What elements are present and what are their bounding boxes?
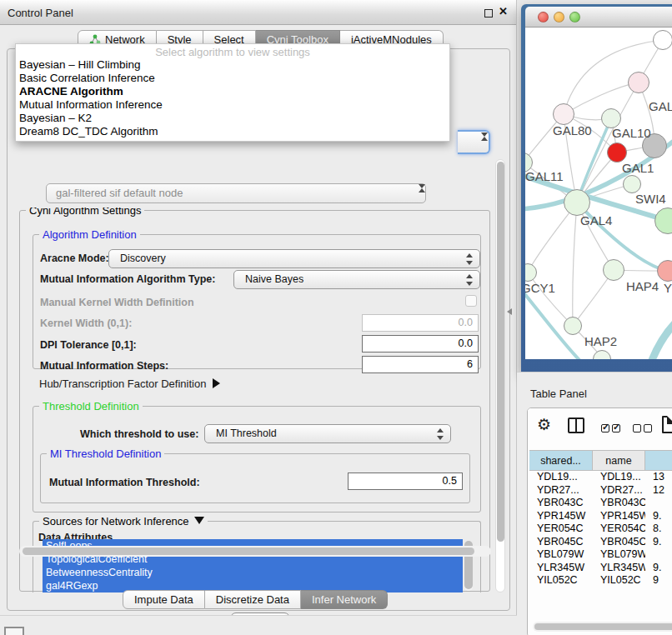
- tab-discretize-data[interactable]: Discretize Data: [205, 590, 301, 609]
- collapsed-arrow-icon: [213, 378, 220, 388]
- network-node[interactable]: [653, 30, 672, 50]
- table-row[interactable]: YIL052CYIL052C9: [529, 574, 672, 588]
- mi-algorithm-type-combobox[interactable]: Naive Bayes: [233, 270, 480, 289]
- sources-title[interactable]: Sources for Network Inference: [39, 515, 208, 528]
- combo-arrows-icon: [466, 253, 474, 265]
- table-cell: 9.: [645, 536, 672, 549]
- table-row[interactable]: YPR145WYPR145W9.: [529, 510, 672, 523]
- table-cell: YBR045C: [529, 536, 593, 549]
- zoom-traffic-light[interactable]: [569, 12, 580, 22]
- node-label: SWI4: [635, 192, 666, 206]
- combo-arrows-icon: [466, 274, 474, 286]
- gear-icon[interactable]: ⚙: [537, 415, 551, 434]
- node-label: HAP2: [584, 334, 617, 348]
- aracne-mode-value: Discovery: [120, 252, 166, 264]
- table-horizontal-scrollbar[interactable]: [533, 622, 672, 632]
- tab-impute-data[interactable]: Impute Data: [123, 590, 205, 609]
- node-label: GCY1: [525, 281, 555, 295]
- float-window-icon[interactable]: [484, 9, 493, 18]
- network-node-gal4[interactable]: [564, 189, 590, 216]
- table-row[interactable]: YBL079WYBL079W: [529, 548, 672, 562]
- network-node-gal[interactable]: [628, 72, 649, 93]
- data-attribute-item[interactable]: BetweennessCentrality: [43, 566, 463, 579]
- control-panel-title: Control Panel: [8, 7, 73, 19]
- algorithm-option[interactable]: Dream8 DC_TDC Algorithm: [16, 125, 449, 138]
- kernel-width-field[interactable]: 0.0: [362, 314, 479, 332]
- control-panel-window: Control Panel ✕ Network Style Select Cyn…: [0, 0, 517, 615]
- settings-horizontal-scrollbar[interactable]: [19, 546, 491, 557]
- column-header[interactable]: [645, 451, 672, 470]
- table-cell: YBR043C: [529, 497, 593, 510]
- algorithm-option[interactable]: Bayesian – K2: [16, 112, 449, 125]
- combo-arrows-icon: [437, 428, 444, 440]
- mi-algorithm-type-value: Naive Bayes: [245, 273, 303, 285]
- algorithm-combobox-fragment[interactable]: [458, 130, 490, 154]
- table-cell: 12: [645, 484, 672, 498]
- dpi-tolerance-field[interactable]: 0.0: [362, 335, 479, 352]
- algorithm-option[interactable]: Bayesian – Hill Climbing: [16, 58, 449, 72]
- table-cell: YBR043C: [593, 497, 645, 510]
- table-cell: YBL079W: [529, 548, 593, 562]
- mi-steps-label: Mutual Information Steps:: [40, 360, 168, 372]
- table-cell: YPR145W: [593, 510, 645, 523]
- mi-steps-field[interactable]: 6: [362, 356, 479, 373]
- algorithm-option[interactable]: Basic Correlation Inference: [16, 72, 449, 85]
- table-row[interactable]: YLR345WYLR345W9.: [529, 562, 672, 575]
- network-node-hap2[interactable]: [564, 317, 582, 335]
- close-traffic-light[interactable]: [538, 12, 549, 22]
- expanded-arrow-icon: [194, 517, 204, 524]
- network-node-hap4[interactable]: [603, 259, 624, 281]
- mi-threshold-definition-group: MI Threshold Definition Mutual Informati…: [40, 453, 470, 503]
- kernel-width-label: Kernel Width (0,1):: [40, 318, 132, 329]
- table-row[interactable]: YBR043CYBR043C: [529, 497, 672, 510]
- mi-threshold-field[interactable]: 0.5: [348, 472, 463, 490]
- table-cell: YPR145W: [529, 510, 593, 523]
- network-window-titlebar: [525, 7, 672, 28]
- algorithm-dropdown-popup: Select algorithm to view settings Bayesi…: [15, 43, 450, 142]
- table-cell: YLR345W: [593, 562, 645, 575]
- table-cell: YDL19...: [529, 471, 593, 484]
- network-canvas[interactable]: GALGAL80GAL10GAL1GAL11SWI4GAL4GCY1HAP4YH…: [525, 28, 672, 359]
- table-row[interactable]: YDL19...YDL19...13: [529, 471, 672, 484]
- table-cell: [645, 548, 672, 562]
- network-selector-combobox[interactable]: gal-filtered sif default node: [46, 183, 426, 203]
- manual-kernel-width-checkbox[interactable]: [465, 295, 477, 307]
- table-row[interactable]: YDR27...YDR27...12: [529, 484, 672, 498]
- table-cell: YBR045C: [593, 536, 645, 549]
- algorithm-option[interactable]: ARACNE Algorithm: [16, 85, 449, 98]
- minimize-traffic-light[interactable]: [554, 12, 564, 22]
- table-row[interactable]: YER054CYER054C8.: [529, 522, 672, 536]
- aracne-mode-combobox[interactable]: Discovery: [108, 249, 480, 268]
- deselect-all-columns-icon[interactable]: [633, 421, 654, 436]
- sources-title-label: Sources for Network Inference: [43, 515, 189, 528]
- network-node-gal1[interactable]: [607, 142, 627, 162]
- column-header[interactable]: shared...: [529, 451, 593, 470]
- tab-infer-network[interactable]: Infer Network: [301, 590, 388, 609]
- select-all-columns-icon[interactable]: [601, 421, 623, 436]
- settings-vertical-scrollbar[interactable]: [495, 159, 505, 592]
- node-label: GAL10: [612, 126, 651, 140]
- new-table-icon[interactable]: [662, 416, 672, 433]
- table-cell: 9.: [645, 510, 672, 523]
- node-label: HAP4: [626, 279, 659, 293]
- table-cell: [645, 497, 672, 510]
- node-label: GAL: [649, 99, 672, 113]
- mi-threshold-label: Mutual Information Threshold:: [49, 477, 200, 488]
- tab-impute-data-label: Impute Data: [134, 593, 193, 606]
- control-panel-titlebar: Control Panel ✕: [0, 0, 516, 25]
- splitter-collapse-icon[interactable]: [507, 308, 512, 315]
- split-columns-icon[interactable]: [568, 418, 584, 433]
- network-node-gal80[interactable]: [553, 103, 574, 125]
- table-row[interactable]: YBR045CYBR045C9.: [529, 536, 672, 549]
- algorithm-option[interactable]: Mutual Information Inference: [16, 98, 449, 112]
- table-cell: YIL052C: [529, 574, 593, 588]
- minimized-panel-icon[interactable]: [4, 627, 24, 635]
- mi-threshold-definition-title: MI Threshold Definition: [47, 448, 164, 460]
- hub-definition-toggle[interactable]: Hub/Transcription Factor Definition: [39, 378, 220, 390]
- table-toolbar: ⚙: [528, 408, 672, 445]
- close-icon[interactable]: ✕: [499, 5, 508, 18]
- node-label: GAL4: [580, 213, 612, 228]
- network-node-swi4[interactable]: [623, 175, 641, 193]
- column-header[interactable]: name: [593, 451, 645, 470]
- which-threshold-combobox[interactable]: MI Threshold: [204, 424, 451, 443]
